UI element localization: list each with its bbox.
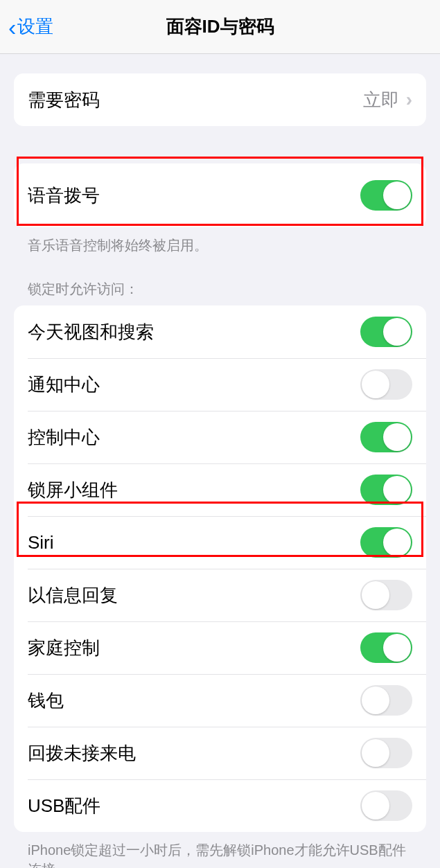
- voice-dial-label: 语音拨号: [28, 184, 100, 208]
- locked-item-toggle[interactable]: [360, 580, 412, 610]
- locked-item-toggle[interactable]: [360, 685, 412, 716]
- locked-item-label: 今天视图和搜索: [28, 320, 154, 344]
- page-title: 面容ID与密码: [166, 15, 274, 39]
- settings-content: 需要密码 立即 › 语音拨号 音乐语音控制将始终被启用。 锁定时允许访问： 今天…: [0, 73, 440, 868]
- locked-item-toggle[interactable]: [360, 527, 412, 558]
- locked-item-row: 通知中心: [14, 358, 426, 411]
- locked-item-row: 锁屏小组件: [14, 463, 426, 516]
- voice-dial-group: 语音拨号: [14, 163, 426, 227]
- locked-access-group: 今天视图和搜索通知中心控制中心锁屏小组件Siri以信息回复家庭控制钱包回拨未接来…: [14, 305, 426, 832]
- require-passcode-value: 立即: [363, 88, 399, 112]
- voice-dial-footer: 音乐语音控制将始终被启用。: [28, 236, 412, 255]
- locked-item-row: 控制中心: [14, 411, 426, 463]
- toggle-knob: [383, 181, 411, 209]
- row-accessory: 立即 ›: [363, 88, 412, 112]
- locked-item-label: 钱包: [28, 689, 64, 713]
- locked-item-toggle[interactable]: [360, 317, 412, 347]
- toggle-knob: [383, 476, 411, 504]
- chevron-left-icon: ‹: [8, 15, 16, 39]
- locked-item-row: 今天视图和搜索: [14, 305, 426, 358]
- locked-item-row: 回拨未接来电: [14, 727, 426, 779]
- toggle-knob: [383, 634, 411, 662]
- locked-item-toggle[interactable]: [360, 790, 412, 821]
- toggle-knob: [362, 371, 389, 398]
- toggle-knob: [383, 318, 411, 346]
- back-label: 设置: [17, 15, 53, 39]
- toggle-knob: [362, 581, 389, 609]
- toggle-knob: [383, 423, 411, 451]
- locked-item-label: Siri: [28, 532, 54, 553]
- locked-item-label: 通知中心: [28, 373, 100, 397]
- locked-item-row: Siri: [14, 516, 426, 569]
- toggle-knob: [383, 529, 411, 556]
- locked-item-label: 以信息回复: [28, 583, 118, 608]
- locked-item-row: 钱包: [14, 674, 426, 727]
- locked-item-toggle[interactable]: [360, 738, 412, 768]
- require-passcode-label: 需要密码: [28, 88, 100, 112]
- back-button[interactable]: ‹ 设置: [8, 15, 53, 39]
- locked-section-header: 锁定时允许访问：: [28, 280, 412, 299]
- locked-item-label: 控制中心: [28, 425, 100, 450]
- chevron-right-icon: ›: [406, 89, 412, 111]
- locked-item-row: 家庭控制: [14, 621, 426, 674]
- locked-item-label: USB配件: [28, 794, 100, 818]
- voice-dial-toggle[interactable]: [360, 180, 412, 211]
- locked-item-row: USB配件: [14, 779, 426, 832]
- locked-item-label: 家庭控制: [28, 636, 100, 660]
- navigation-header: ‹ 设置 面容ID与密码: [0, 0, 440, 54]
- locked-section-footer: iPhone锁定超过一小时后，需先解锁iPhone才能允许USB配件连接。: [28, 840, 412, 868]
- locked-item-toggle[interactable]: [360, 632, 412, 663]
- require-passcode-row[interactable]: 需要密码 立即 ›: [14, 73, 426, 126]
- toggle-knob: [362, 739, 389, 767]
- locked-item-toggle[interactable]: [360, 475, 412, 505]
- locked-item-label: 回拨未接来电: [28, 741, 136, 765]
- passcode-group: 需要密码 立即 ›: [14, 73, 426, 126]
- locked-item-label: 锁屏小组件: [28, 478, 118, 502]
- toggle-knob: [362, 687, 389, 714]
- locked-item-toggle[interactable]: [360, 369, 412, 400]
- toggle-knob: [362, 792, 389, 820]
- locked-item-row: 以信息回复: [14, 569, 426, 621]
- voice-dial-row: 语音拨号: [14, 163, 426, 227]
- locked-item-toggle[interactable]: [360, 422, 412, 452]
